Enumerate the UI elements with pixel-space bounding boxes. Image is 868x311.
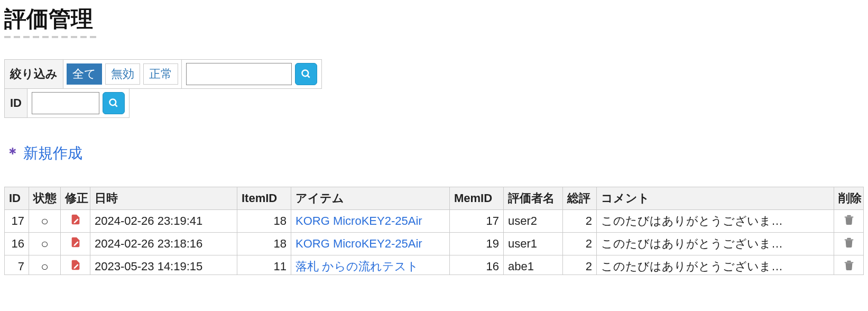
asterisk-icon: ＊ xyxy=(5,145,20,161)
cell-item: KORG MicroKEY2-25Air xyxy=(291,233,450,255)
title-underline xyxy=(4,36,98,38)
id-search-button[interactable] xyxy=(103,92,125,114)
svg-point-0 xyxy=(302,70,309,77)
cell-item: KORG MicroKEY2-25Air xyxy=(291,210,450,233)
filter-label: 絞り込み xyxy=(5,60,63,89)
th-item: アイテム xyxy=(291,187,450,210)
cell-itemid: 11 xyxy=(237,255,291,275)
cell-edit xyxy=(61,255,90,275)
state-circle-icon: ○ xyxy=(41,214,49,228)
keyword-search-button[interactable] xyxy=(295,63,317,85)
th-state: 状態 xyxy=(29,187,61,210)
th-reviewer: 評価者名 xyxy=(504,187,563,210)
item-link[interactable]: 落札 からの流れテスト xyxy=(296,260,419,273)
cell-edit xyxy=(61,210,90,233)
edit-icon[interactable] xyxy=(70,215,81,228)
cell-datetime: 2024-02-26 23:19:41 xyxy=(90,210,237,233)
create-link[interactable]: 新規作成 xyxy=(23,145,82,161)
th-fix: 修正 xyxy=(61,187,90,210)
table-row: 7○2023-05-23 14:19:1511落札 からの流れテスト16abe1… xyxy=(5,255,864,275)
th-datetime: 日時 xyxy=(90,187,237,210)
cell-reviewer: user2 xyxy=(504,210,563,233)
trash-icon[interactable] xyxy=(843,260,855,273)
table-row: 17○2024-02-26 23:19:4118KORG MicroKEY2-2… xyxy=(5,210,864,233)
table-row: 16○2024-02-26 23:18:1618KORG MicroKEY2-2… xyxy=(5,233,864,255)
cell-total: 2 xyxy=(563,233,597,255)
cell-delete xyxy=(834,255,864,275)
filter-bar: 絞り込み 全て 無効 正常 xyxy=(4,59,322,89)
cell-id: 16 xyxy=(5,233,29,255)
filter-keyword-cell xyxy=(182,60,322,89)
th-comment: コメント xyxy=(597,187,834,210)
item-link[interactable]: KORG MicroKEY2-25Air xyxy=(296,214,422,227)
cell-item: 落札 からの流れテスト xyxy=(291,255,450,275)
cell-delete xyxy=(834,233,864,255)
cell-state: ○ xyxy=(29,255,61,275)
th-total: 総評 xyxy=(563,187,597,210)
table-header-row: ID 状態 修正 日時 ItemID アイテム MemID 評価者名 総評 コメ… xyxy=(5,187,864,210)
cell-datetime: 2024-02-26 23:18:16 xyxy=(90,233,237,255)
filter-id-bar: ID xyxy=(4,89,130,118)
cell-total: 2 xyxy=(563,210,597,233)
state-circle-icon: ○ xyxy=(41,236,49,251)
cell-memid: 17 xyxy=(450,210,504,233)
cell-itemid: 18 xyxy=(237,233,291,255)
cell-state: ○ xyxy=(29,233,61,255)
th-id: ID xyxy=(5,187,29,210)
reviews-table: ID 状態 修正 日時 ItemID アイテム MemID 評価者名 総評 コメ… xyxy=(4,187,864,275)
state-circle-icon: ○ xyxy=(41,259,49,273)
create-row: ＊新規作成 xyxy=(5,143,864,163)
cell-comment: このたびはありがとうございま… xyxy=(597,255,834,275)
edit-icon[interactable] xyxy=(70,237,81,251)
page-title: 評価管理 xyxy=(4,4,864,34)
search-icon xyxy=(108,98,119,108)
filter-id-cell xyxy=(27,89,130,118)
trash-icon[interactable] xyxy=(843,237,855,251)
svg-point-2 xyxy=(110,99,116,106)
cell-total: 2 xyxy=(563,255,597,275)
cell-memid: 19 xyxy=(450,233,504,255)
filter-id-label: ID xyxy=(5,89,27,118)
id-input[interactable] xyxy=(32,92,99,114)
keyword-input[interactable] xyxy=(186,63,292,85)
cell-itemid: 18 xyxy=(237,210,291,233)
cell-reviewer: abe1 xyxy=(504,255,563,275)
filter-tabs-cell: 全て 無効 正常 xyxy=(63,60,182,89)
trash-icon[interactable] xyxy=(843,215,855,228)
svg-line-3 xyxy=(115,105,117,107)
filter-tab-invalid[interactable]: 無効 xyxy=(105,63,140,85)
cell-comment: このたびはありがとうございま… xyxy=(597,210,834,233)
cell-id: 17 xyxy=(5,210,29,233)
svg-line-1 xyxy=(308,76,310,78)
filter-tab-normal[interactable]: 正常 xyxy=(143,63,178,85)
cell-datetime: 2023-05-23 14:19:15 xyxy=(90,255,237,275)
search-icon xyxy=(301,69,311,79)
th-delete: 削除 xyxy=(834,187,864,210)
cell-comment: このたびはありがとうございま… xyxy=(597,233,834,255)
edit-icon[interactable] xyxy=(70,260,81,273)
cell-reviewer: user1 xyxy=(504,233,563,255)
cell-state: ○ xyxy=(29,210,61,233)
cell-delete xyxy=(834,210,864,233)
th-itemid: ItemID xyxy=(237,187,291,210)
th-memid: MemID xyxy=(450,187,504,210)
cell-id: 7 xyxy=(5,255,29,275)
item-link[interactable]: KORG MicroKEY2-25Air xyxy=(296,237,422,250)
filter-tab-all[interactable]: 全て xyxy=(67,63,102,85)
cell-edit xyxy=(61,233,90,255)
cell-memid: 16 xyxy=(450,255,504,275)
